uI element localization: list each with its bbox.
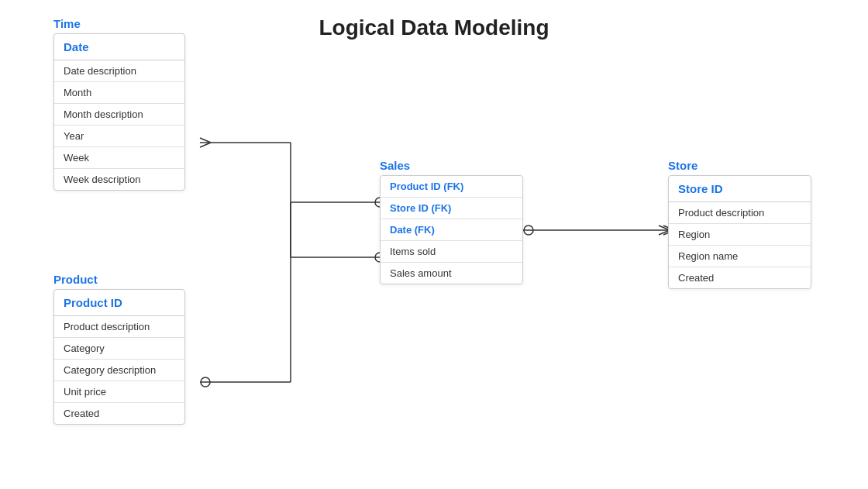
sales-row-date-fk: Date (FK) [381,219,522,241]
product-row-description: Product description [54,316,184,338]
product-row-created: Created [54,403,184,424]
sales-row-product-id-fk: Product ID (FK) [381,176,522,198]
store-group: Store Store ID Product description Regio… [668,159,811,289]
product-row-category: Category [54,338,184,360]
store-row-region: Region [669,224,811,246]
sales-group-label: Sales [380,159,523,172]
sales-row-store-id-fk: Store ID (FK) [381,198,522,219]
product-row-unit-price: Unit price [54,381,184,403]
time-group-label: Time [53,17,185,30]
time-row-week: Week [54,147,184,169]
sales-row-items-sold: Items sold [381,241,522,263]
product-entity-header: Product ID [54,290,184,316]
svg-point-9 [201,377,210,387]
store-group-label: Store [668,159,811,172]
svg-line-4 [200,143,211,147]
sales-row-sales-amount: Sales amount [381,263,522,284]
time-row-week-description: Week description [54,169,184,190]
product-group: Product Product ID Product description C… [53,273,185,425]
svg-point-12 [524,226,533,235]
store-row-region-name: Region name [669,246,811,267]
store-row-created: Created [669,267,811,288]
time-entity-header: Date [54,34,184,60]
svg-line-3 [200,138,211,143]
store-entity-box: Store ID Product description Region Regi… [668,175,811,289]
store-entity-header: Store ID [669,176,811,202]
time-row-month-description: Month description [54,104,184,126]
sales-group: Sales Product ID (FK) Store ID (FK) Date… [380,159,523,284]
time-row-month: Month [54,82,184,104]
product-group-label: Product [53,273,185,286]
time-row-year: Year [54,126,184,147]
time-group: Time Date Date description Month Month d… [53,17,185,191]
product-row-category-description: Category description [54,360,184,381]
sales-entity-box: Product ID (FK) Store ID (FK) Date (FK) … [380,175,523,284]
product-entity-box: Product ID Product description Category … [53,289,185,425]
store-row-product-description: Product description [669,202,811,224]
time-row-date-description: Date description [54,60,184,82]
time-entity-box: Date Date description Month Month descri… [53,33,185,191]
